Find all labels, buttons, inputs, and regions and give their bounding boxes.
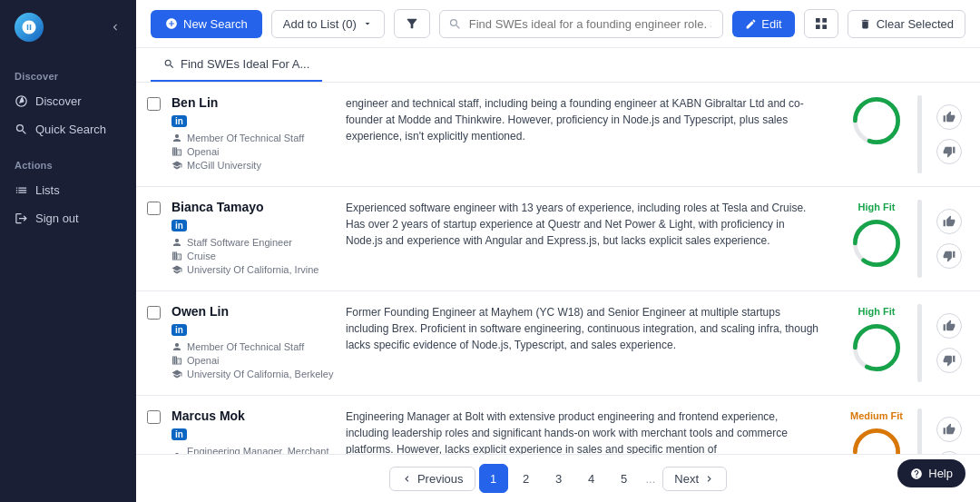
linkedin-badge[interactable]: in [172, 428, 187, 440]
school-icon [172, 264, 182, 275]
school-icon [172, 369, 182, 379]
page-ellipsis: ... [642, 472, 660, 486]
thumbs-down-button[interactable] [936, 139, 962, 164]
page-4[interactable]: 4 [577, 464, 606, 493]
filter-button[interactable] [394, 9, 430, 38]
page-3[interactable]: 3 [544, 464, 573, 493]
previous-label: Previous [417, 472, 464, 486]
candidate-info: Marcus Mok in Engineering Manager, Merch… [172, 408, 335, 454]
building-icon [172, 355, 182, 366]
candidate-name: Bianca Tamayo [172, 200, 335, 214]
previous-button[interactable]: Previous [389, 467, 475, 491]
sidebar-sign-out-label: Sign out [35, 212, 79, 225]
fit-section: High Fit [831, 200, 922, 278]
compass-icon [15, 94, 28, 108]
candidate-summary: Former Founding Engineer at Mayhem (YC W… [346, 304, 820, 382]
select-candidate-checkbox[interactable] [147, 97, 161, 111]
row-checkbox[interactable] [147, 304, 161, 382]
new-search-button[interactable]: New Search [151, 10, 262, 38]
thumbs-down-icon [943, 250, 956, 262]
vote-section [933, 200, 965, 278]
filter-icon [405, 16, 419, 31]
topbar: New Search Add to List (0) Edit Clear Se… [136, 0, 980, 48]
active-search-tab[interactable]: Find SWEs Ideal For A... [151, 48, 322, 82]
row-checkbox[interactable] [147, 95, 161, 173]
thumbs-up-icon [943, 423, 956, 436]
select-candidate-checkbox[interactable] [147, 410, 161, 424]
search-tab-icon [163, 58, 175, 70]
school-icon [172, 160, 182, 171]
thumbs-up-button[interactable] [936, 209, 962, 234]
thumbs-up-icon [943, 111, 956, 123]
edit-button[interactable]: Edit [732, 11, 794, 37]
linkedin-badge[interactable]: in [172, 115, 187, 127]
sidebar-collapse-button[interactable] [109, 21, 122, 34]
trash-icon [859, 18, 871, 30]
candidate-company: Openai [172, 355, 335, 366]
drag-handle[interactable] [917, 304, 922, 382]
next-button[interactable]: Next [662, 467, 727, 491]
pagination: Previous 1 2 3 4 5 ... Next [136, 454, 980, 502]
linkedin-badge[interactable]: in [172, 324, 187, 336]
saved-search-tabs: Find SWEs Ideal For A... [136, 48, 980, 83]
page-2[interactable]: 2 [512, 464, 541, 493]
candidate-info: Ben Lin in Member Of Technical Staff Ope… [172, 95, 335, 173]
fit-circle [853, 97, 900, 144]
thumbs-up-button[interactable] [936, 313, 962, 339]
candidate-company: Cruise [172, 251, 335, 261]
thumbs-up-button[interactable] [936, 417, 962, 442]
grid-view-button[interactable] [804, 9, 838, 38]
thumbs-down-icon [943, 145, 956, 158]
next-label: Next [674, 472, 699, 486]
thumbs-down-button[interactable] [936, 348, 962, 373]
search-wrapper [439, 10, 724, 38]
thumbs-up-icon [943, 215, 956, 228]
drag-handle[interactable] [917, 200, 922, 278]
help-button[interactable]: Help [897, 459, 965, 487]
clear-selected-button[interactable]: Clear Selected [848, 10, 965, 38]
sidebar-discover-label: Discover [35, 94, 82, 108]
row-checkbox[interactable] [147, 408, 161, 454]
thumbs-up-button[interactable] [936, 104, 962, 130]
page-1[interactable]: 1 [479, 464, 508, 493]
search-input[interactable] [439, 10, 724, 38]
grid-icon [814, 16, 828, 31]
chevron-right-icon [703, 473, 715, 485]
list-icon [15, 183, 28, 197]
candidate-name: Marcus Mok [172, 408, 335, 423]
search-input-icon [448, 17, 462, 31]
sidebar-item-lists[interactable]: Lists [0, 176, 136, 204]
add-to-list-label: Add to List (0) [283, 17, 357, 31]
help-label: Help [928, 467, 953, 480]
new-search-label: New Search [183, 17, 248, 31]
vote-section [933, 304, 965, 382]
fit-section [831, 95, 922, 173]
table-row: Bianca Tamayo in Staff Software Engineer… [136, 187, 980, 291]
thumbs-down-icon [943, 354, 956, 367]
app-logo [15, 13, 44, 42]
page-5[interactable]: 5 [610, 464, 639, 493]
drag-handle[interactable] [917, 408, 922, 454]
candidate-title: Member Of Technical Staff [172, 341, 335, 352]
actions-section-label: Actions [0, 143, 136, 176]
select-candidate-checkbox[interactable] [147, 202, 161, 215]
candidate-title: Member Of Technical Staff [172, 133, 335, 143]
thumbs-down-button[interactable] [936, 243, 962, 269]
linkedin-badge[interactable]: in [172, 220, 187, 231]
fit-label: Medium Fit [850, 410, 903, 421]
fit-circle [853, 220, 900, 267]
sidebar-item-quick-search[interactable]: Quick Search [0, 115, 136, 143]
candidate-university: University Of California, Irvine [172, 264, 335, 275]
select-candidate-checkbox[interactable] [147, 306, 161, 320]
person-icon [172, 237, 182, 248]
candidate-university: University Of California, Berkeley [172, 369, 335, 379]
building-icon [172, 251, 182, 261]
row-checkbox[interactable] [147, 200, 161, 278]
candidate-info: Bianca Tamayo in Staff Software Engineer… [172, 200, 335, 278]
building-icon [172, 146, 182, 157]
drag-handle[interactable] [917, 95, 922, 173]
sidebar-item-discover[interactable]: Discover [0, 87, 136, 115]
thumbs-down-button[interactable] [936, 451, 962, 455]
add-to-list-button[interactable]: Add to List (0) [271, 10, 385, 38]
sidebar-item-sign-out[interactable]: Sign out [0, 204, 136, 232]
